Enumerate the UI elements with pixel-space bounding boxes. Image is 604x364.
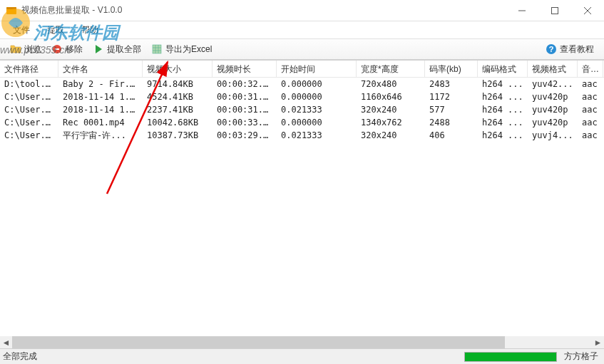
table-row[interactable]: C:\User...2018-11-14 1...2237.41KB00:00:… [0, 103, 604, 116]
column-header-start[interactable]: 开始时间 [277, 61, 357, 77]
table-cell: 406 [425, 130, 478, 141]
scroll-left-button[interactable]: ◄ [0, 336, 12, 348]
table-row[interactable]: D:\tool...Baby 2 - Fir...9714.84KB00:00:… [0, 78, 604, 90]
table-cell: h264 ... [478, 130, 528, 141]
table-cell: 577 [425, 104, 478, 115]
titlebar: 视频信息批量提取 - V1.0.0 [0, 0, 604, 21]
minimize-button[interactable] [506, 0, 538, 21]
table-cell: yuv420p [528, 91, 578, 103]
progress-bar [464, 352, 557, 362]
table-cell: C:\User... [0, 91, 58, 103]
column-header-size[interactable]: 视频大小 [143, 61, 213, 77]
table-cell: 1172 [425, 91, 478, 103]
help-icon: ? [546, 43, 557, 55]
progress-fill [465, 353, 556, 361]
extract-all-label: 提取全部 [107, 43, 141, 56]
table-cell: yuvj4... [528, 130, 578, 141]
column-header-wh[interactable]: 宽度*高度 [357, 61, 425, 77]
table-cell: C:\User... [0, 104, 58, 115]
table-cell: aac [578, 130, 603, 141]
table-cell: yuv420p [528, 117, 578, 128]
table-cell: 0.021333 [277, 104, 357, 115]
table-cell: 00:00:32.04 [213, 78, 277, 90]
table-cell: 10042.68KB [143, 117, 213, 128]
svg-text:?: ? [549, 45, 554, 53]
table-cell: yuv420p [528, 104, 578, 115]
status-brand: 方方格子 [561, 350, 601, 363]
maximize-button[interactable] [538, 0, 571, 21]
table-cell: yuv42... [528, 78, 578, 90]
excel-icon [151, 43, 163, 55]
folder-icon [10, 43, 21, 55]
table-cell: 4524.41KB [143, 91, 213, 103]
menu-help[interactable]: 帮助 [74, 22, 106, 38]
export-excel-button[interactable]: 导出为Excel [147, 41, 216, 58]
table-row[interactable]: C:\User...2018-11-14 1...4524.41KB00:00:… [0, 90, 604, 103]
table-cell: 0.021333 [277, 130, 357, 141]
table-cell: aac [578, 104, 603, 115]
export-excel-label: 导出为Excel [165, 43, 212, 56]
table-cell: 2483 [425, 78, 478, 90]
table-cell: h264 ... [478, 78, 528, 90]
scroll-right-button[interactable]: ► [592, 336, 604, 348]
table-cell: h264 ... [478, 91, 528, 103]
svg-rect-4 [552, 8, 558, 14]
table-cell: aac [578, 91, 603, 103]
view-tutorial-button[interactable]: ? 查看教程 [541, 41, 598, 58]
table-cell: 10387.73KB [143, 130, 213, 141]
menu-extract[interactable]: 提取 [40, 22, 71, 38]
table-cell: 00:03:29.11 [213, 130, 277, 141]
column-header-path[interactable]: 文件路径 [0, 61, 58, 77]
menu-file[interactable]: 文件 [6, 22, 37, 38]
table-cell: C:\User... [0, 130, 58, 141]
svg-rect-9 [153, 45, 161, 53]
window-title: 视频信息批量提取 - V1.0.0 [21, 4, 506, 16]
column-header-afmt[interactable]: 音频 [578, 61, 603, 77]
table-cell: 720x480 [357, 78, 425, 90]
browse-label: 浏览 [24, 43, 41, 56]
table-cell: 00:00:31.60 [213, 91, 277, 103]
column-header-vfmt[interactable]: 视频格式 [528, 61, 578, 77]
table-cell: 320x240 [357, 104, 425, 115]
table-row[interactable]: C:\User...Rec 0001.mp410042.68KB00:00:33… [0, 116, 604, 129]
table-header: 文件路径 文件名 视频大小 视频时长 开始时间 宽度*高度 码率(kb) 编码格… [0, 61, 604, 78]
remove-button[interactable]: 移除 [47, 41, 87, 58]
table-area: 文件路径 文件名 视频大小 视频时长 开始时间 宽度*高度 码率(kb) 编码格… [0, 60, 604, 348]
table-body: D:\tool...Baby 2 - Fir...9714.84KB00:00:… [0, 78, 604, 142]
table-cell: 2018-11-14 1... [58, 104, 143, 115]
status-text: 全部完成 [3, 350, 460, 363]
scroll-thumb[interactable] [12, 336, 505, 348]
table-cell: Baby 2 - Fir... [58, 78, 143, 90]
table-cell: 9714.84KB [143, 78, 213, 90]
play-icon [93, 43, 104, 55]
table-cell: C:\User... [0, 117, 58, 128]
browse-button[interactable]: 浏览 [6, 41, 46, 58]
table-cell: aac [578, 78, 603, 90]
column-header-bitrate[interactable]: 码率(kb) [425, 61, 478, 77]
table-cell: 2488 [425, 117, 478, 128]
table-cell: 平行宇宙-许... [58, 129, 143, 142]
column-header-duration[interactable]: 视频时长 [213, 61, 277, 77]
menubar: 文件 提取 帮助 [0, 21, 604, 38]
table-cell: 0.000000 [277, 91, 357, 103]
svg-rect-2 [6, 7, 16, 9]
table-cell: 0.000000 [277, 117, 357, 128]
scroll-track[interactable] [12, 336, 592, 348]
table-row[interactable]: C:\User...平行宇宙-许...10387.73KB00:03:29.11… [0, 129, 604, 142]
horizontal-scrollbar[interactable]: ◄ ► [0, 336, 604, 348]
table-cell: h264 ... [478, 104, 528, 115]
column-header-name[interactable]: 文件名 [58, 61, 143, 77]
close-button[interactable] [571, 0, 604, 21]
table-cell: 1160x646 [357, 91, 425, 103]
extract-all-button[interactable]: 提取全部 [88, 41, 145, 58]
app-icon [6, 5, 17, 16]
table-cell: 1340x762 [357, 117, 425, 128]
table-cell: 0.000000 [277, 78, 357, 90]
table-cell: 00:00:31.74 [213, 104, 277, 115]
remove-icon [51, 43, 63, 55]
remove-label: 移除 [66, 43, 83, 56]
table-cell: Rec 0001.mp4 [58, 117, 143, 128]
table-cell: 00:00:33.07 [213, 117, 277, 128]
column-header-enc[interactable]: 编码格式 [478, 61, 528, 77]
table-cell: 320x240 [357, 130, 425, 141]
